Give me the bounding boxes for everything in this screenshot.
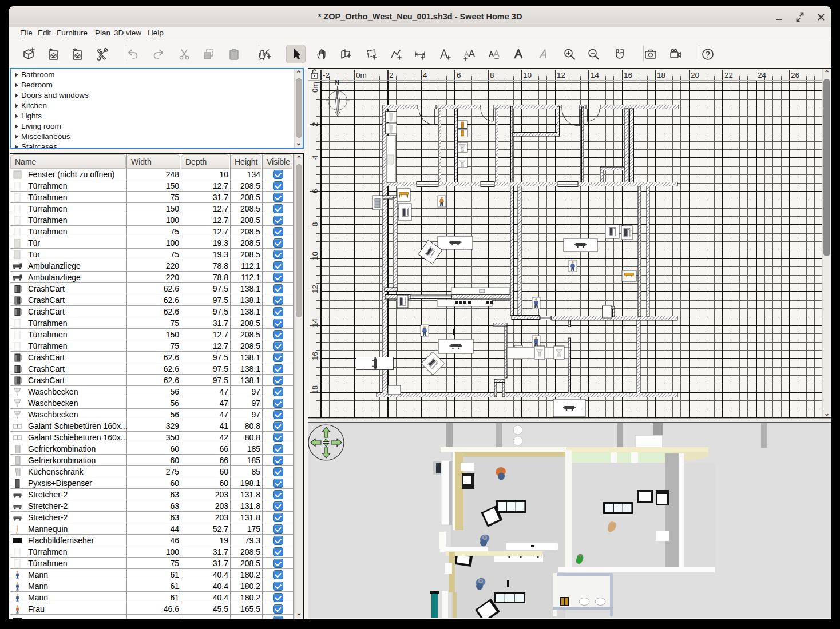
svg-text:0m: 0m [311,82,319,93]
svg-text:4: 4 [423,71,427,79]
svg-text:16: 16 [311,352,319,360]
svg-text:26: 26 [791,71,799,79]
svg-text:2: 2 [389,71,394,79]
svg-text:8: 8 [490,71,494,79]
svg-text:4: 4 [311,155,319,160]
svg-text:N: N [335,79,339,86]
svg-text:8: 8 [311,222,319,226]
svg-text:24: 24 [758,71,767,79]
svg-text:-2: -2 [323,71,330,79]
svg-text:12: 12 [557,71,565,79]
svg-text:10: 10 [523,71,532,79]
svg-text:18: 18 [311,385,319,394]
svg-text:10: 10 [311,252,319,260]
svg-text:22: 22 [724,71,733,79]
svg-text:6: 6 [457,71,461,79]
svg-text:16: 16 [624,71,632,79]
svg-text:2: 2 [311,122,319,126]
svg-text:⌃: ⌃ [824,69,830,77]
svg-text:0m: 0m [356,71,367,79]
svg-text:14: 14 [591,71,600,79]
svg-text:14: 14 [311,318,319,327]
svg-text:6: 6 [311,189,319,193]
svg-text:20: 20 [691,71,699,79]
svg-text:18: 18 [657,71,665,79]
svg-text:12: 12 [311,285,319,293]
svg-text:⌄: ⌄ [824,409,830,417]
